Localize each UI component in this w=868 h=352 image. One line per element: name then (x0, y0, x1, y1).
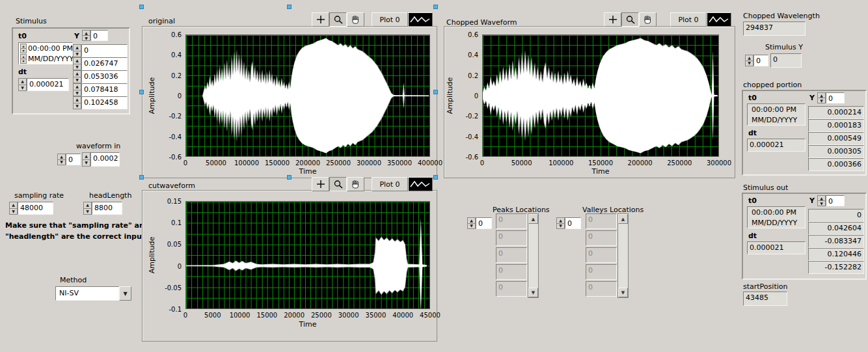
y-array-label: Y (809, 196, 815, 205)
increment-decrement[interactable]: ▲▼ (18, 78, 27, 91)
selection-handle[interactable] (139, 5, 144, 9)
array-element-value[interactable]: 0.053036 (81, 70, 128, 83)
array-element: 0 (586, 213, 617, 229)
scroll-down-button[interactable]: ▼ (618, 288, 628, 297)
valleys-index-control[interactable]: ▲▼ 0 (556, 217, 581, 229)
y-index-control[interactable]: ▲▼ 0 (817, 195, 845, 206)
method-value[interactable]: NI-SV (55, 286, 119, 301)
waveform-in-value-control[interactable]: ▲▼ 0.000213 (82, 152, 120, 167)
scroll-up-button[interactable]: ▲ (618, 214, 628, 224)
peaks-index-control[interactable]: ▲▼ 0 (467, 217, 492, 229)
plot-legend[interactable]: Plot 0 (670, 12, 731, 27)
plot-legend-label[interactable]: Plot 0 (372, 12, 408, 27)
peaks-index-value[interactable]: 0 (476, 217, 492, 229)
increment-decrement[interactable]: ▲▼ (73, 57, 81, 70)
t0-time-value[interactable]: 00:00:00 PM (28, 44, 73, 53)
valleys-index-value[interactable]: 0 (565, 217, 581, 229)
increment-decrement[interactable]: ▲▼ (73, 70, 81, 83)
increment-decrement[interactable]: ▲▼ (745, 55, 753, 66)
pan-tool-button[interactable] (639, 12, 657, 27)
plot-legend-label[interactable]: Plot 0 (670, 12, 707, 27)
increment-decrement[interactable]: ▲▼ (817, 92, 826, 103)
zoom-tool-button[interactable] (329, 12, 347, 27)
x-tick-label: 100000 (549, 159, 573, 167)
pan-tool-button[interactable] (347, 177, 364, 191)
plot-area[interactable] (185, 34, 430, 157)
y-index-value[interactable]: 0 (90, 30, 108, 41)
scroll-down-button[interactable]: ▼ (528, 288, 538, 297)
scrollbar[interactable]: ▲ ▼ (617, 213, 629, 298)
y-index-value[interactable]: 0 (826, 195, 845, 206)
increment-decrement[interactable]: ▲▼ (83, 202, 92, 215)
plot-legend[interactable]: Plot 0 (372, 12, 433, 27)
y-index-value[interactable]: 0 (826, 92, 845, 103)
plot-line-style-icon[interactable] (408, 177, 433, 191)
method-combobox[interactable]: NI-SV ▼ (55, 286, 131, 301)
y-tick-label: -0.4 (169, 133, 182, 140)
crosshair-tool-button[interactable] (604, 12, 621, 27)
y-axis-label: Amplitude (148, 77, 156, 114)
increment-decrement[interactable]: ▲▼ (57, 154, 66, 165)
plot-area[interactable] (482, 34, 719, 157)
plot-line-style-icon[interactable] (707, 12, 731, 27)
t0-date-value[interactable]: MM/DD/YYYY (28, 55, 74, 63)
labview-front-panel: Stimulus t0 ▴▾00:00:00 PM ▴▾MM/DD/YYYY d… (0, 0, 868, 352)
selection-handle[interactable] (433, 90, 438, 94)
selection-handle[interactable] (433, 5, 438, 9)
stimulus-y-value: 0 (770, 53, 802, 68)
chevron-down-icon[interactable]: ▼ (119, 286, 131, 301)
waveform-in-index-value[interactable]: 0 (66, 154, 81, 165)
y-index-control[interactable]: ▲▼ 0 (817, 92, 845, 103)
increment-decrement[interactable]: ▲▼ (73, 83, 81, 96)
selection-handle[interactable] (433, 175, 438, 180)
increment-decrement[interactable]: ▲▼ (556, 217, 565, 229)
t0-date-value: MM/DD/YYYY (752, 219, 797, 227)
increment-decrement[interactable]: ▲▼ (817, 195, 826, 206)
increment-decrement[interactable]: ▲▼ (73, 44, 81, 57)
increment-decrement[interactable]: ▲▼ (82, 152, 90, 167)
instruction-note: Make sure that "sampling rate" and "head… (5, 220, 152, 242)
y-tick-label: 0 (178, 92, 182, 100)
array-element: ▲▼0.053036 (73, 70, 128, 83)
dt-value[interactable]: 0.000021 (27, 78, 69, 91)
stimulus-y-index-control[interactable]: ▲▼ 0 (745, 55, 768, 66)
scrollbar[interactable]: ▲ ▼ (528, 213, 539, 298)
increment-decrement[interactable]: ▲▼ (467, 217, 476, 229)
array-element-value[interactable]: 0.026747 (81, 57, 128, 70)
scroll-up-button[interactable]: ▲ (528, 214, 538, 224)
crosshair-tool-button[interactable] (312, 177, 329, 191)
zoom-tool-button[interactable] (621, 12, 639, 27)
sampling-rate-control[interactable]: ▲▼ 48000 (9, 202, 53, 215)
headlength-control[interactable]: ▲▼ 8800 (83, 202, 122, 215)
y-index-control[interactable]: ▲▼ 0 (82, 30, 108, 41)
plot-line-style-icon[interactable] (408, 12, 433, 27)
selection-handle[interactable] (139, 90, 144, 94)
increment-decrement[interactable]: ▴▾ (20, 54, 27, 64)
waveform-in-value[interactable]: 0.000213 (90, 152, 120, 167)
start-position-label: startPosition (743, 282, 787, 291)
scrollbar-track[interactable] (528, 224, 538, 288)
increment-decrement[interactable]: ▴▾ (20, 44, 27, 53)
waveform-in-index-control[interactable]: ▲▼ 0 (57, 154, 81, 165)
array-element-value[interactable]: 0 (81, 44, 128, 57)
zoom-tool-button[interactable] (329, 177, 347, 191)
headlength-value[interactable]: 8800 (92, 202, 122, 215)
crosshair-tool-button[interactable] (312, 12, 329, 27)
array-element-value[interactable]: 0.102458 (81, 96, 128, 109)
dt-control[interactable]: ▲▼ 0.000021 (18, 78, 69, 91)
increment-decrement[interactable]: ▲▼ (9, 202, 18, 215)
plot-legend-label[interactable]: Plot 0 (372, 177, 408, 191)
selection-handle[interactable] (287, 175, 292, 180)
selection-handle[interactable] (287, 5, 292, 9)
plot-legend[interactable]: Plot 0 (372, 177, 433, 191)
increment-decrement[interactable]: ▲▼ (73, 96, 81, 109)
array-element-value[interactable]: 0.078418 (81, 83, 128, 96)
selection-handle[interactable] (139, 175, 144, 180)
increment-decrement[interactable]: ▲▼ (82, 30, 90, 41)
pan-tool-button[interactable] (347, 12, 364, 27)
t0-timestamp-control[interactable]: ▴▾00:00:00 PM ▴▾MM/DD/YYYY (18, 42, 73, 64)
sampling-rate-value[interactable]: 48000 (18, 202, 53, 215)
plot-area[interactable] (185, 201, 430, 309)
stimulus-y-index-value[interactable]: 0 (753, 55, 768, 66)
scrollbar-track[interactable] (618, 224, 628, 288)
